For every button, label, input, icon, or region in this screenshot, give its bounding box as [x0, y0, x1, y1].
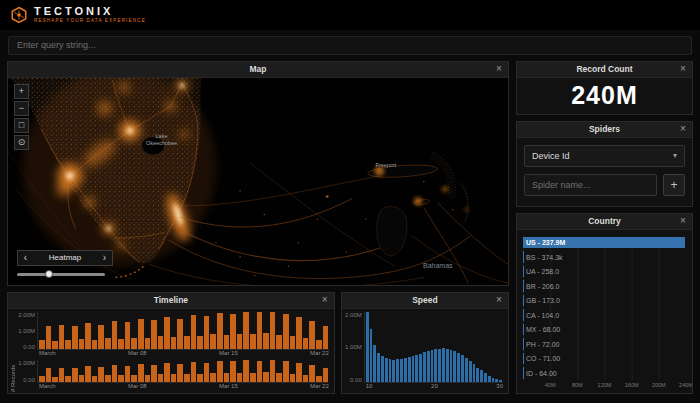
country-row[interactable]: UA - 258.0	[523, 265, 686, 279]
timeline-overview-chart: 1.00M0.00 MarchMar 08Mar 15Mar 22	[17, 360, 329, 392]
chevron-right-icon[interactable]: ›	[97, 251, 112, 265]
country-row[interactable]: CO - 71.00	[523, 352, 686, 366]
timeline-main-y-axis: 2.00M1.00M0.00	[17, 312, 37, 350]
spiders-title: Spiders	[589, 124, 620, 134]
tectonix-logo: TECTONIX RESHAPE YOUR DATA EXPERIENCE	[10, 6, 146, 24]
country-title: Country	[588, 216, 621, 226]
timeline-panel-header: Timeline ×	[8, 293, 334, 309]
country-row[interactable]: BS - 374.3k	[523, 250, 686, 264]
record-count-panel: Record Count × 240M	[516, 61, 693, 115]
layer-label: Heatmap	[33, 253, 97, 262]
zoom-out-icon[interactable]: −	[14, 101, 29, 116]
add-spider-icon[interactable]: +	[663, 174, 685, 196]
close-icon[interactable]: ×	[676, 214, 690, 229]
country-row[interactable]: GB - 173.0	[523, 294, 686, 308]
speed-x-axis: 102030	[344, 383, 503, 392]
close-icon[interactable]: ×	[492, 62, 506, 77]
speed-panel-title: Speed	[412, 295, 438, 305]
timeline-main-chart: 2.00M1.00M0.00 MarchMar 08Mar 15Mar 22	[17, 312, 329, 359]
country-row[interactable]: ID - 64.00	[523, 366, 686, 380]
query-input[interactable]	[8, 36, 692, 55]
close-icon[interactable]: ×	[492, 293, 506, 308]
map-panel-title: Map	[250, 64, 267, 74]
timeline-panel-title: Timeline	[154, 295, 188, 305]
country-header: Country ×	[517, 214, 692, 230]
record-count-header: Record Count ×	[517, 62, 692, 78]
spiders-header: Spiders ×	[517, 122, 692, 138]
timeline-overview-bars[interactable]	[37, 360, 329, 383]
hexagon-logo-icon	[10, 6, 28, 24]
country-row[interactable]: CA - 104.0	[523, 308, 686, 322]
query-bar	[0, 30, 700, 59]
map-panel-header: Map ×	[8, 62, 508, 78]
country-row[interactable]: US - 237.9M	[523, 236, 686, 250]
app-header: TECTONIX RESHAPE YOUR DATA EXPERIENCE	[0, 0, 700, 30]
country-chart: US - 237.9MBS - 374.3kUA - 258.0BR - 206…	[517, 230, 692, 393]
speed-panel-header: Speed ×	[342, 293, 508, 309]
zoom-in-icon[interactable]: +	[14, 84, 29, 99]
speed-bars[interactable]	[364, 312, 503, 383]
timeline-overview-x-axis: MarchMar 08Mar 15Mar 22	[17, 383, 329, 392]
country-row[interactable]: BR - 206.0	[523, 279, 686, 293]
timeline-panel: Timeline × # Records 2.00M1.00M0.00	[7, 292, 335, 394]
speed-y-axis: 2.00M1.00M0.00	[344, 312, 364, 383]
country-panel: Country × US - 237.9MBS - 374.3kUA - 258…	[516, 213, 693, 394]
close-icon[interactable]: ×	[676, 62, 690, 77]
speed-panel: Speed × 2.00M1.00M0.00 102030	[341, 292, 509, 394]
logo-name: TECTONIX	[34, 6, 146, 17]
timeline-main-bars[interactable]	[37, 312, 329, 350]
chevron-left-icon[interactable]: ‹	[18, 251, 33, 265]
country-rows: US - 237.9MBS - 374.3kUA - 258.0BR - 206…	[523, 236, 686, 380]
close-icon[interactable]: ×	[318, 293, 332, 308]
timeline-main-x-axis: MarchMar 08Mar 15Mar 22	[17, 350, 329, 359]
country-x-axis: 40M80M120M160M200M240M	[523, 380, 686, 391]
map-panel: Map ×	[7, 61, 509, 286]
box-select-icon[interactable]: □	[14, 118, 29, 133]
spiders-panel: Spiders × Device Id ▾ +	[516, 121, 693, 207]
timeline-overview-y-axis: 1.00M0.00	[17, 360, 37, 383]
country-row[interactable]: MX - 68.00	[523, 323, 686, 337]
country-row[interactable]: PH - 72.00	[523, 337, 686, 351]
spider-name-input[interactable]	[524, 174, 657, 196]
record-count-title: Record Count	[576, 64, 632, 74]
speed-chart: 2.00M1.00M0.00 102030	[344, 312, 503, 392]
timeline-y-label: # Records	[10, 312, 16, 392]
search-icon[interactable]: ⊙	[14, 135, 29, 150]
logo-tagline: RESHAPE YOUR DATA EXPERIENCE	[34, 19, 146, 24]
device-id-select[interactable]: Device Id ▾	[524, 145, 685, 167]
device-id-select-value: Device Id	[532, 151, 570, 161]
record-count-value: 240M	[571, 81, 638, 110]
chevron-down-icon: ▾	[673, 151, 677, 160]
map-toolbar: + − □ ⊙	[14, 84, 29, 150]
heatmap-intensity-slider[interactable]	[17, 273, 105, 276]
close-icon[interactable]: ×	[676, 122, 690, 137]
layer-control: ‹ Heatmap ›	[17, 250, 113, 276]
